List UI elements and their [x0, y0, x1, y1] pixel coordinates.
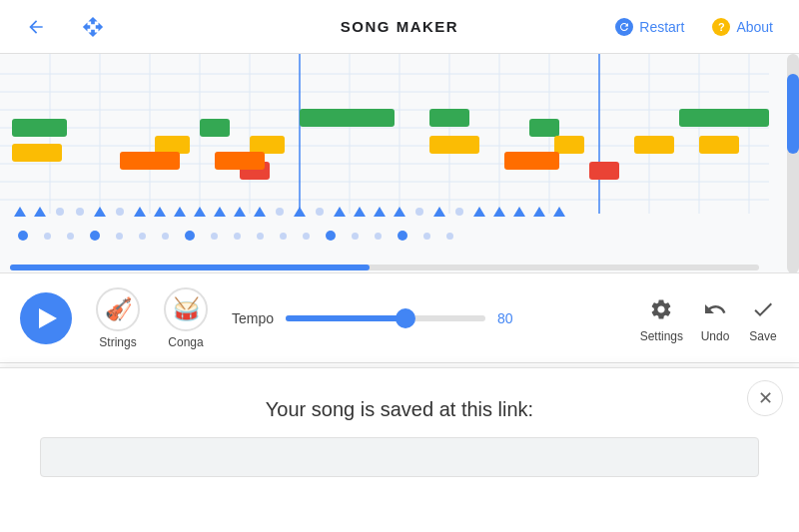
beat-marker: [334, 207, 346, 217]
grid-lines-svg: [0, 54, 769, 254]
note-block[interactable]: [679, 109, 769, 127]
move-button[interactable]: [72, 10, 114, 44]
rhythm-dot: [139, 233, 146, 240]
beat-dot: [56, 208, 64, 216]
note-block[interactable]: [634, 136, 674, 154]
play-button[interactable]: [20, 292, 72, 344]
beat-marker: [433, 207, 445, 217]
about-label: About: [736, 19, 773, 35]
beat-marker: [14, 207, 26, 217]
grid-area[interactable]: [0, 54, 799, 273]
beat-dot: [116, 208, 124, 216]
back-icon: [26, 17, 46, 37]
right-controls: Settings Undo Save: [640, 293, 779, 343]
beat-dot: [276, 208, 284, 216]
strings-button[interactable]: 🎻 Strings: [96, 287, 140, 349]
settings-label: Settings: [640, 329, 683, 343]
rhythm-dot: [280, 233, 287, 240]
conga-button[interactable]: 🥁 Conga: [164, 287, 208, 349]
rhythm-dot: [446, 233, 453, 240]
rhythm-dot-active: [326, 231, 336, 241]
note-block[interactable]: [429, 109, 469, 127]
beat-dot: [415, 208, 423, 216]
note-block[interactable]: [699, 136, 739, 154]
undo-label: Undo: [701, 329, 730, 343]
conga-icon: 🥁: [164, 287, 208, 331]
conga-label: Conga: [168, 335, 203, 349]
vertical-scrollbar[interactable]: [787, 54, 799, 273]
save-url-bar[interactable]: [40, 437, 759, 477]
note-block[interactable]: [120, 152, 180, 170]
rhythm-dot: [44, 233, 51, 240]
note-block[interactable]: [215, 152, 265, 170]
close-button[interactable]: ✕: [747, 380, 783, 416]
restart-svg: [618, 21, 630, 33]
rhythm-dot-active: [185, 231, 195, 241]
beat-markers-row: [0, 201, 769, 223]
note-block[interactable]: [200, 119, 230, 137]
rhythm-dot: [67, 233, 74, 240]
tempo-slider-wrapper[interactable]: [286, 315, 485, 321]
rhythm-dot: [211, 233, 218, 240]
note-block[interactable]: [554, 136, 584, 154]
undo-svg: [703, 297, 727, 321]
rhythm-dot-active: [398, 231, 407, 241]
rhythm-dot: [352, 233, 359, 240]
scrollbar-thumb[interactable]: [787, 74, 799, 154]
beat-marker: [94, 207, 106, 217]
rhythm-dot: [162, 233, 169, 240]
rhythm-dot: [257, 233, 264, 240]
settings-button[interactable]: Settings: [640, 293, 683, 343]
beat-marker: [154, 207, 166, 217]
note-block[interactable]: [12, 119, 67, 137]
strings-icon: 🎻: [96, 287, 140, 331]
header-left: [16, 10, 114, 44]
beat-marker: [354, 207, 366, 217]
beat-dot: [76, 208, 84, 216]
header-right: Restart ? About: [605, 12, 783, 42]
back-button[interactable]: [16, 11, 56, 43]
save-panel: ✕ Your song is saved at this link:: [0, 367, 799, 532]
tempo-fill: [286, 315, 405, 321]
tempo-label: Tempo: [232, 310, 274, 326]
note-block[interactable]: [504, 152, 559, 170]
rhythm-dot-active: [90, 231, 100, 241]
note-block[interactable]: [529, 119, 559, 137]
beat-marker: [473, 207, 485, 217]
save-button[interactable]: Save: [747, 293, 779, 343]
close-icon: ✕: [758, 387, 773, 409]
beat-marker: [34, 207, 46, 217]
page-title: SONG MAKER: [341, 18, 458, 35]
rhythm-dot: [116, 233, 123, 240]
undo-button[interactable]: Undo: [699, 293, 731, 343]
rhythm-dot: [303, 233, 310, 240]
save-message: Your song is saved at this link:: [40, 398, 759, 421]
move-icon: [82, 16, 104, 38]
about-button[interactable]: ? About: [702, 12, 783, 42]
rhythm-dot: [234, 233, 241, 240]
play-icon: [39, 308, 57, 328]
rhythm-dot: [423, 233, 430, 240]
restart-icon: [615, 18, 633, 36]
check-icon: [751, 297, 775, 321]
about-icon: ?: [712, 18, 730, 36]
beat-marker: [254, 207, 266, 217]
progress-bar[interactable]: [10, 265, 759, 270]
beat-dot: [455, 208, 463, 216]
beat-marker: [374, 207, 386, 217]
undo-icon: [699, 293, 731, 325]
note-block[interactable]: [300, 109, 395, 127]
beat-marker: [394, 207, 405, 217]
rhythm-dots-row: [0, 227, 769, 245]
tempo-thumb[interactable]: [396, 308, 415, 328]
beat-marker: [294, 207, 306, 217]
restart-button[interactable]: Restart: [605, 12, 694, 42]
note-block[interactable]: [589, 162, 619, 180]
controls-bar: 🎻 Strings 🥁 Conga Tempo 80 Settings: [0, 273, 799, 363]
save-label: Save: [749, 329, 776, 343]
strings-label: Strings: [99, 335, 136, 349]
beat-marker: [234, 207, 246, 217]
beat-marker: [134, 207, 146, 217]
note-block[interactable]: [429, 136, 479, 154]
note-block[interactable]: [12, 144, 62, 162]
